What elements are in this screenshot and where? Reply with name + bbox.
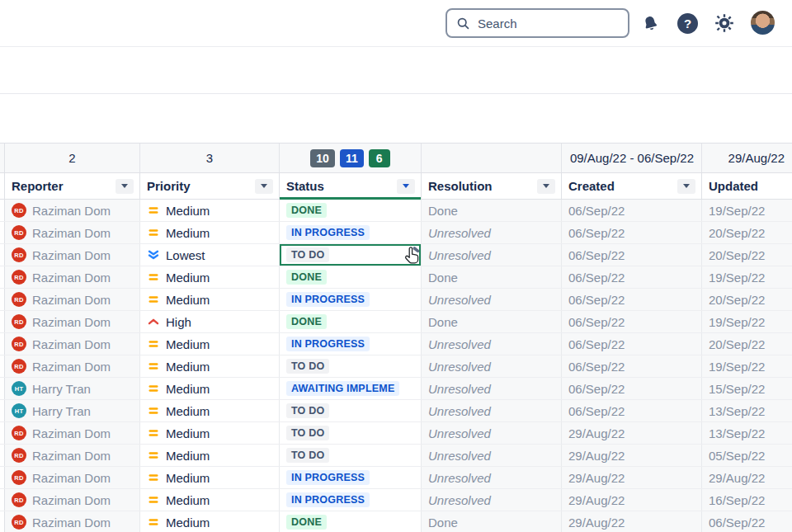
notifications-bell-icon[interactable]: [641, 14, 660, 33]
resolution-cell[interactable]: Unresolved: [422, 244, 562, 266]
resolution-cell[interactable]: Unresolved: [422, 355, 562, 377]
reporter-cell[interactable]: RD Raziman Dom: [5, 467, 140, 488]
created-cell[interactable]: 06/Sep/22: [562, 355, 702, 377]
updated-cell[interactable]: 19/Sep/22: [702, 311, 792, 332]
status-cell[interactable]: AWAITING IMPLEME: [280, 378, 422, 399]
resolution-cell[interactable]: Unresolved: [422, 489, 562, 511]
created-cell[interactable]: 06/Sep/22: [562, 289, 702, 310]
resolution-cell[interactable]: Done: [422, 200, 562, 221]
updated-cell[interactable]: 06/Sep/22: [702, 511, 792, 532]
resolution-cell[interactable]: Unresolved: [422, 222, 562, 243]
created-cell[interactable]: 06/Sep/22: [562, 378, 702, 399]
reporter-cell[interactable]: RD Raziman Dom: [5, 289, 140, 310]
created-cell[interactable]: 06/Sep/22: [562, 200, 702, 221]
updated-cell[interactable]: 19/Sep/22: [702, 200, 792, 221]
status-cell[interactable]: IN PROGRESS: [280, 222, 422, 243]
updated-cell[interactable]: 20/Sep/22: [702, 222, 792, 243]
reporter-cell[interactable]: RD Raziman Dom: [5, 422, 140, 444]
resolution-cell[interactable]: Done: [422, 511, 562, 532]
reporter-cell[interactable]: RD Raziman Dom: [5, 445, 140, 466]
status-cell[interactable]: TO DO: [280, 445, 422, 466]
status-cell[interactable]: IN PROGRESS: [280, 289, 422, 310]
priority-cell[interactable]: Medium: [140, 222, 280, 243]
priority-cell[interactable]: High: [140, 311, 280, 332]
created-cell[interactable]: 06/Sep/22: [562, 333, 702, 355]
help-icon[interactable]: ?: [677, 13, 698, 34]
updated-cell[interactable]: 05/Sep/22: [702, 445, 792, 466]
reporter-cell[interactable]: RD Raziman Dom: [5, 489, 140, 511]
reporter-cell[interactable]: RD Raziman Dom: [5, 511, 140, 532]
priority-cell[interactable]: Medium: [140, 467, 280, 488]
updated-cell[interactable]: 19/Sep/22: [702, 266, 792, 288]
priority-cell[interactable]: Medium: [140, 489, 280, 511]
priority-cell[interactable]: Medium: [140, 289, 280, 310]
reporter-cell[interactable]: RD Raziman Dom: [5, 355, 140, 377]
reporter-cell[interactable]: RD Raziman Dom: [5, 311, 140, 332]
resolution-cell[interactable]: Done: [422, 266, 562, 288]
status-cell[interactable]: IN PROGRESS: [280, 489, 422, 511]
status-cell[interactable]: TO DO: [280, 355, 422, 377]
filter-button[interactable]: [255, 179, 273, 194]
updated-cell[interactable]: 15/Sep/22: [702, 378, 792, 399]
updated-cell[interactable]: 20/Sep/22: [702, 333, 792, 355]
resolution-cell[interactable]: Unresolved: [422, 445, 562, 466]
filter-button[interactable]: [537, 179, 555, 194]
created-cell[interactable]: 06/Sep/22: [562, 222, 702, 243]
created-cell[interactable]: 06/Sep/22: [562, 311, 702, 332]
resolution-cell[interactable]: Unresolved: [422, 422, 562, 444]
updated-cell[interactable]: 19/Sep/22: [702, 355, 792, 377]
user-avatar[interactable]: [751, 11, 775, 35]
settings-gear-icon[interactable]: [714, 13, 734, 33]
reporter-cell[interactable]: HT Harry Tran: [5, 400, 140, 421]
filter-button[interactable]: [397, 179, 415, 194]
created-cell[interactable]: 29/Aug/22: [562, 489, 702, 511]
reporter-cell[interactable]: RD Raziman Dom: [5, 333, 140, 355]
created-cell[interactable]: 29/Aug/22: [562, 467, 702, 488]
column-header-priority[interactable]: Priority: [140, 173, 280, 199]
status-cell[interactable]: DONE: [280, 311, 422, 332]
resolution-cell[interactable]: Unresolved: [422, 378, 562, 399]
status-cell[interactable]: DONE: [280, 200, 422, 221]
created-cell[interactable]: 29/Aug/22: [562, 511, 702, 532]
reporter-cell[interactable]: RD Raziman Dom: [5, 266, 140, 288]
resolution-cell[interactable]: Unresolved: [422, 289, 562, 310]
updated-cell[interactable]: 20/Sep/22: [702, 289, 792, 310]
priority-cell[interactable]: Medium: [140, 422, 280, 444]
status-cell[interactable]: IN PROGRESS: [280, 467, 422, 488]
column-header-resolution[interactable]: Resolution: [422, 173, 562, 199]
global-search-input[interactable]: Search: [446, 8, 629, 38]
priority-cell[interactable]: Medium: [140, 400, 280, 421]
created-cell[interactable]: 06/Sep/22: [562, 266, 702, 288]
resolution-cell[interactable]: Unresolved: [422, 467, 562, 488]
created-cell[interactable]: 06/Sep/22: [562, 400, 702, 421]
priority-cell[interactable]: Medium: [140, 378, 280, 399]
column-header-reporter[interactable]: Reporter: [5, 173, 140, 199]
updated-cell[interactable]: 13/Sep/22: [702, 400, 792, 421]
status-cell[interactable]: DONE: [280, 511, 422, 532]
updated-cell[interactable]: 16/Sep/22: [702, 489, 792, 511]
updated-cell[interactable]: 20/Sep/22: [702, 244, 792, 266]
resolution-cell[interactable]: Unresolved: [422, 400, 562, 421]
updated-cell[interactable]: 29/Aug/22: [702, 467, 792, 488]
filter-button[interactable]: [677, 179, 695, 194]
column-header-updated[interactable]: Updated: [702, 173, 792, 199]
status-cell[interactable]: IN PROGRESS: [280, 333, 422, 355]
priority-cell[interactable]: Medium: [140, 333, 280, 355]
created-cell[interactable]: 29/Aug/22: [562, 445, 702, 466]
priority-cell[interactable]: Medium: [140, 266, 280, 288]
status-cell[interactable]: TO DO: [280, 422, 422, 444]
priority-cell[interactable]: Medium: [140, 445, 280, 466]
status-cell[interactable]: DONE: [280, 266, 422, 288]
updated-cell[interactable]: 13/Sep/22: [702, 422, 792, 444]
reporter-cell[interactable]: HT Harry Tran: [5, 378, 140, 399]
status-cell[interactable]: TO DO: [280, 400, 422, 421]
created-cell[interactable]: 29/Aug/22: [562, 422, 702, 444]
priority-cell[interactable]: Medium: [140, 200, 280, 221]
column-header-created[interactable]: Created: [562, 173, 702, 199]
priority-cell[interactable]: Medium: [140, 511, 280, 532]
resolution-cell[interactable]: Unresolved: [422, 333, 562, 355]
priority-cell[interactable]: Lowest: [140, 244, 280, 266]
reporter-cell[interactable]: RD Raziman Dom: [5, 200, 140, 221]
priority-cell[interactable]: Medium: [140, 355, 280, 377]
filter-button[interactable]: [116, 179, 134, 194]
